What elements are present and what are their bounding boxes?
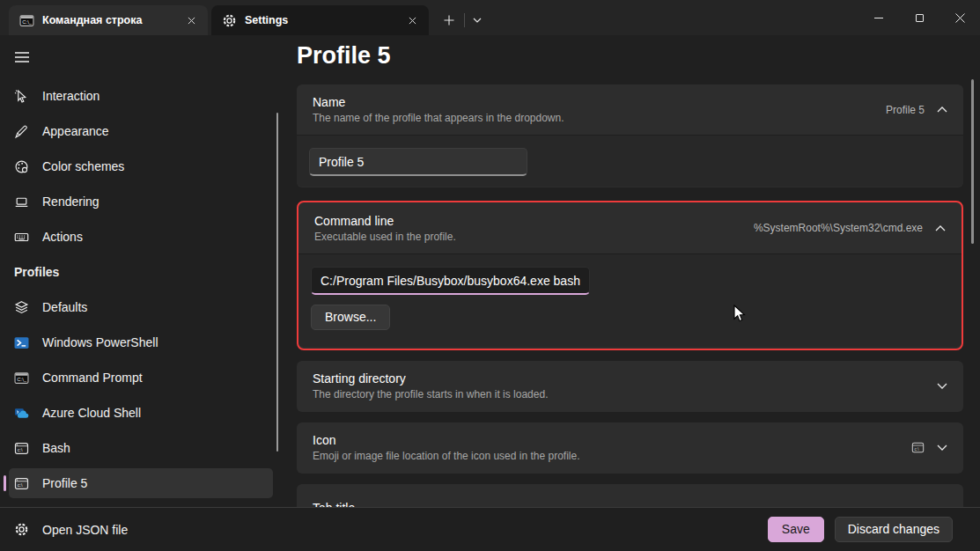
command-line-expander-body: Browse...: [298, 253, 962, 347]
sidebar-item-interaction[interactable]: Interaction: [0, 78, 291, 114]
open-json-file-button[interactable]: Open JSON file: [14, 522, 128, 537]
name-input[interactable]: [309, 148, 527, 176]
terminal-outline-icon: c:\: [14, 441, 29, 456]
hamburger-icon: [15, 52, 29, 62]
menu-button[interactable]: [12, 48, 32, 67]
sidebar-item-appearance[interactable]: Appearance: [0, 114, 291, 149]
sidebar-item-command-prompt[interactable]: C:\_ Command Prompt: [0, 360, 291, 395]
maximize-icon: [916, 14, 924, 22]
open-json-file-label: Open JSON file: [42, 523, 128, 537]
sidebar-item-profile-5[interactable]: c:\ Profile 5: [0, 466, 291, 501]
svg-text:c:\: c:\: [18, 482, 23, 488]
sidebar-item-actions[interactable]: Actions: [0, 219, 291, 254]
chevron-down-icon: [937, 444, 947, 451]
icon-expander-header[interactable]: Icon Emoji or image file location of the…: [297, 422, 963, 473]
gear-icon: [14, 522, 29, 537]
settings-sidebar: Interaction Appearance Color schemes Ren…: [0, 35, 291, 507]
pen-icon: [14, 124, 29, 139]
setting-name: Icon: [313, 433, 580, 447]
sidebar-item-bash[interactable]: c:\ Bash: [0, 430, 291, 466]
content-scrollbar[interactable]: [971, 79, 974, 244]
tab-dropdown-button[interactable]: [467, 8, 488, 33]
minimize-icon: [874, 18, 883, 18]
footer-bar: Open JSON file Save Discard changes: [0, 507, 980, 551]
minimize-button[interactable]: [858, 0, 899, 35]
setting-name: Name: [313, 95, 564, 109]
name-expander-header[interactable]: Name The name of the profile that appear…: [297, 84, 963, 135]
setting-name: Starting directory: [313, 371, 548, 386]
sidebar-item-label: Azure Cloud Shell: [42, 406, 141, 420]
setting-description: Emoji or image file location of the icon…: [313, 450, 580, 462]
chevron-down-icon: [937, 383, 947, 389]
icon-expander: Icon Emoji or image file location of the…: [297, 422, 963, 474]
close-tab-icon[interactable]: [183, 12, 199, 28]
maximize-button[interactable]: [899, 0, 939, 35]
mouse-cursor: [733, 305, 746, 323]
setting-description: The name of the profile that appears in …: [313, 112, 564, 124]
sidebar-item-label: Interaction: [42, 89, 99, 103]
new-tab-button[interactable]: [436, 8, 462, 33]
chevron-down-icon: [473, 18, 482, 23]
sidebar-item-label: Windows PowerShell: [42, 335, 158, 349]
page-title: Profile 5: [297, 42, 391, 70]
azure-cloud-icon: [14, 406, 29, 421]
sidebar-item-label: Command Prompt: [42, 371, 143, 385]
sidebar-item-label: Color schemes: [42, 159, 124, 173]
command-line-expander-header[interactable]: Command line Executable used in the prof…: [298, 202, 962, 253]
save-button[interactable]: Save: [768, 517, 824, 542]
sidebar-nav: Interaction Appearance Color schemes Ren…: [0, 78, 291, 501]
powershell-icon: [14, 335, 29, 350]
profiles-section-header: Profiles: [0, 254, 291, 290]
cmd-icon: c:\: [911, 441, 925, 454]
chevron-up-icon: [937, 107, 947, 113]
tab-settings[interactable]: Settings: [211, 5, 429, 35]
window-controls: [858, 0, 980, 35]
cmd-icon: C:\_: [14, 371, 29, 386]
sidebar-item-color-schemes[interactable]: Color schemes: [0, 149, 291, 184]
sidebar-item-label: Defaults: [42, 300, 87, 314]
command-line-expander: Command line Executable used in the prof…: [297, 201, 963, 350]
tab-title-expander-header[interactable]: Tab title: [297, 484, 963, 507]
keyboard-icon: [14, 230, 29, 245]
sidebar-item-defaults[interactable]: Defaults: [0, 290, 291, 325]
name-expander: Name The name of the profile that appear…: [297, 84, 963, 187]
tab-command-prompt[interactable]: C:\_ Командная строка: [9, 5, 208, 35]
setting-name: Command line: [314, 214, 456, 228]
setting-description: Executable used in the profile.: [314, 231, 456, 243]
layers-icon: [14, 300, 29, 315]
monitor-icon: [14, 195, 29, 209]
chevron-up-icon: [935, 225, 946, 231]
svg-text:C:\_: C:\_: [22, 19, 33, 25]
pointer-icon: [14, 89, 29, 104]
svg-text:C:\_: C:\_: [17, 377, 27, 382]
palette-icon: [14, 159, 29, 174]
close-icon: [955, 13, 965, 23]
sidebar-item-label: Appearance: [42, 124, 109, 138]
plus-icon: [444, 15, 454, 26]
sidebar-scrollbar[interactable]: [276, 113, 278, 452]
starting-directory-expander: Starting directory The directory the pro…: [297, 361, 963, 412]
close-button[interactable]: [939, 0, 980, 35]
sidebar-item-windows-powershell[interactable]: Windows PowerShell: [0, 325, 291, 360]
close-tab-icon[interactable]: [404, 12, 420, 28]
footer-actions: Save Discard changes: [768, 517, 953, 542]
sidebar-item-azure-cloud-shell[interactable]: Azure Cloud Shell: [0, 395, 291, 430]
name-expander-body: [297, 135, 963, 187]
windows-terminal-settings-window: C:\_ Командная строка Settings: [0, 0, 980, 551]
starting-directory-expander-header[interactable]: Starting directory The directory the pro…: [297, 361, 963, 411]
tab-label: Settings: [245, 14, 404, 26]
svg-text:c:\: c:\: [18, 447, 23, 452]
command-line-input[interactable]: [311, 267, 590, 295]
discard-changes-button[interactable]: Discard changes: [835, 517, 953, 542]
gear-icon: [222, 13, 237, 28]
setting-current-value: %SystemRoot%\System32\cmd.exe: [754, 222, 923, 234]
tab-label: Командная строка: [42, 14, 183, 26]
svg-text:c:\: c:\: [914, 447, 919, 452]
browse-button[interactable]: Browse...: [311, 305, 390, 330]
setting-description: The directory the profile starts in when…: [313, 388, 548, 400]
sidebar-item-label: Actions: [42, 230, 83, 244]
sidebar-item-label: Bash: [42, 441, 70, 455]
cmd-icon: C:\_: [19, 13, 34, 28]
sidebar-item-rendering[interactable]: Rendering: [0, 184, 291, 219]
sidebar-item-label: Profile 5: [42, 476, 87, 490]
